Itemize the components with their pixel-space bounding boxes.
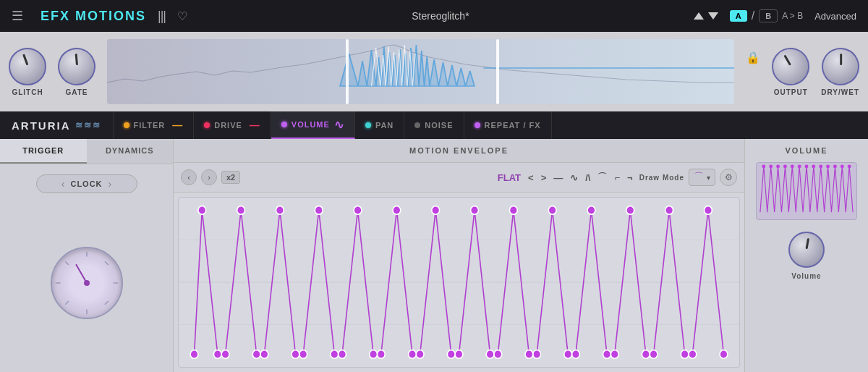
volume-preview-svg (757, 163, 856, 219)
envelope-graph[interactable] (178, 197, 740, 368)
effect-tabs: FILTER — DRIVE — VOLUME ∿ PAN NOISE REPE… (114, 111, 869, 139)
output-knob[interactable] (769, 44, 812, 88)
shape-step1-btn[interactable]: ⌐ (612, 171, 622, 185)
shape-buttons: FLAT < > — ∿ /\ ⌒ ⌐ ¬ (495, 169, 635, 185)
menu-icon[interactable]: ☰ (12, 8, 23, 24)
ab-slash: / (752, 9, 754, 22)
shape-flat-line-btn[interactable]: — (551, 171, 565, 185)
svg-point-37 (610, 350, 618, 359)
waveform-marker-right[interactable] (496, 39, 499, 104)
waveform-marker-left[interactable] (346, 39, 349, 104)
gate-label: GATE (65, 88, 88, 96)
glitch-knob-group: GLITCH (9, 48, 46, 96)
svg-line-5 (65, 261, 69, 265)
svg-point-20 (509, 206, 517, 215)
drywet-knob[interactable] (816, 42, 864, 90)
svg-point-22 (587, 206, 595, 215)
svg-line-6 (104, 261, 108, 265)
noise-tab-label: NOISE (425, 121, 453, 130)
trigger-dynamics-tabs: TRIGGER DYNAMICS (0, 139, 173, 164)
shape-ramp-up-btn[interactable]: < (526, 171, 536, 185)
svg-point-61 (812, 164, 815, 168)
envelope-settings-button[interactable]: ⚙ (720, 169, 737, 186)
clock-dial[interactable] (51, 247, 123, 319)
ab-a-button[interactable]: A (730, 10, 747, 22)
svg-point-42 (292, 350, 299, 359)
envelope-nav-right[interactable]: › (201, 169, 217, 185)
glitch-label: GLITCH (12, 88, 43, 96)
svg-point-27 (221, 350, 229, 359)
svg-point-53 (720, 350, 728, 359)
svg-point-47 (486, 350, 494, 359)
ab-copy-button[interactable]: A > B (782, 11, 803, 21)
tab-drive[interactable]: DRIVE — (194, 111, 271, 139)
trigger-tab[interactable]: TRIGGER (0, 139, 87, 164)
glitch-knob[interactable] (9, 48, 46, 85)
top-bar: ☰ EFX MOTIONS ||| ♡ Stereoglitch* A / B … (0, 0, 868, 32)
clock-next-arrow[interactable]: › (109, 178, 112, 190)
noise-power-dot (414, 122, 420, 128)
browser-icon[interactable]: ||| (158, 9, 166, 24)
svg-point-44 (370, 350, 378, 359)
drive-power-dot (204, 122, 210, 128)
svg-line-7 (65, 300, 69, 304)
preset-prev-button[interactable] (694, 12, 704, 20)
svg-point-17 (393, 206, 401, 215)
svg-point-14 (276, 206, 284, 215)
envelope-nav-left[interactable]: ‹ (181, 169, 197, 185)
shape-flat-btn[interactable]: FLAT (495, 171, 523, 185)
clock-prev-arrow[interactable]: ‹ (61, 178, 65, 190)
tab-pan[interactable]: PAN (355, 111, 404, 139)
lock-icon[interactable]: 🔒 (746, 51, 760, 64)
pan-power-dot (365, 122, 371, 128)
tab-filter[interactable]: FILTER — (114, 111, 195, 139)
output-label: OUTPUT (774, 88, 808, 96)
svg-point-62 (819, 164, 822, 168)
app-logo: EFX MOTIONS (41, 9, 146, 24)
tab-noise[interactable]: NOISE (404, 111, 464, 139)
svg-point-48 (525, 350, 533, 359)
waveform-section: GLITCH GATE 🔒 OUTPUT DRY/WET (0, 32, 868, 111)
pan-tab-label: PAN (375, 121, 393, 130)
volume-knob-label: Volume (791, 272, 821, 280)
preset-next-button[interactable] (708, 12, 718, 20)
envelope-x2-button[interactable]: x2 (221, 171, 240, 184)
svg-point-56 (776, 164, 780, 168)
waveform-svg (107, 39, 734, 104)
waveform-display[interactable] (107, 39, 734, 104)
shape-arch-btn[interactable]: ⌒ (595, 169, 609, 185)
svg-point-33 (455, 350, 463, 359)
gate-knob[interactable] (54, 43, 100, 90)
drywet-label: DRY/WET (821, 88, 859, 96)
clock-label: CLOCK (70, 179, 102, 188)
dynamics-tab[interactable]: DYNAMICS (87, 139, 174, 164)
shape-step2-btn[interactable]: ¬ (625, 171, 635, 185)
svg-point-39 (689, 350, 697, 359)
shape-tri-btn[interactable]: /\ (583, 171, 592, 185)
svg-point-54 (762, 164, 765, 168)
favorite-icon[interactable]: ♡ (177, 9, 187, 23)
clock-selector[interactable]: ‹ CLOCK › (36, 174, 137, 193)
filter-power-dot (124, 122, 129, 128)
tab-volume[interactable]: VOLUME ∿ (271, 111, 355, 139)
svg-point-49 (564, 350, 572, 359)
volume-preview (756, 162, 857, 220)
advanced-button[interactable]: Advanced (814, 11, 856, 22)
filter-tab-label: FILTER (134, 121, 166, 130)
svg-point-59 (798, 164, 801, 168)
svg-point-46 (447, 350, 455, 359)
tab-repeat-fx[interactable]: REPEAT / FX (464, 111, 552, 139)
svg-point-52 (681, 350, 689, 359)
svg-point-45 (409, 350, 417, 359)
shape-sine-btn[interactable]: ∿ (568, 171, 580, 185)
right-knobs: 🔒 OUTPUT DRY/WET (746, 48, 859, 96)
svg-point-41 (252, 350, 260, 359)
shape-ramp-down-btn[interactable]: > (539, 171, 549, 185)
volume-knob[interactable] (788, 232, 825, 268)
right-panel: VOLUME (745, 139, 868, 372)
volume-power-dot (281, 122, 287, 127)
arturia-text: ARTURIA (12, 119, 71, 132)
draw-mode-selector[interactable]: ⌒ ▾ (689, 169, 715, 186)
svg-point-58 (791, 164, 794, 168)
ab-b-button[interactable]: B (759, 9, 778, 22)
